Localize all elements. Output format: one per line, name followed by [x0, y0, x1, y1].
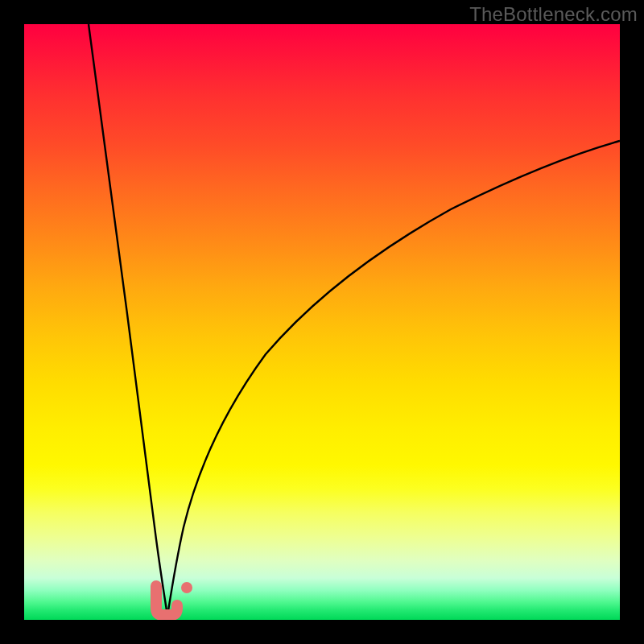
chart-frame: [24, 24, 620, 620]
trough-marker-dot: [181, 582, 192, 593]
watermark-text: TheBottleneck.com: [469, 3, 638, 26]
curve-left-branch: [89, 24, 167, 616]
bottleneck-curve-plot: [24, 24, 620, 620]
trough-marker: [156, 586, 177, 615]
curve-right-branch: [167, 141, 620, 616]
